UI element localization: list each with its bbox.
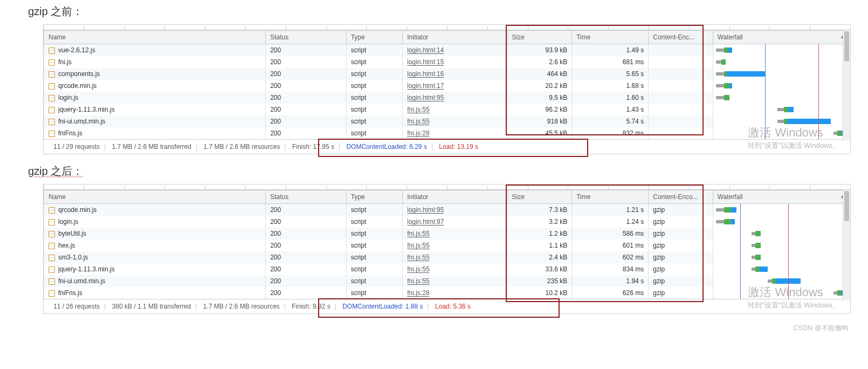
cell-name[interactable]: ⋯qrcode.min.js	[44, 204, 266, 216]
column-header-size[interactable]: Size	[507, 31, 572, 44]
cell-initiator[interactable]: fni.js:55	[403, 251, 507, 263]
cell-name[interactable]: ⋯login.js	[44, 216, 266, 228]
cell-name[interactable]: ⋯hex.js	[44, 240, 266, 251]
cell-initiator[interactable]: fni.js:28	[403, 287, 507, 299]
title-before: gzip 之前：	[28, 4, 868, 19]
table-row[interactable]: ⋯qrcode.min.js200scriptlogin.html:957.3 …	[44, 204, 850, 216]
cell-name[interactable]: ⋯fniFns.js	[44, 287, 266, 299]
cell-type: script	[346, 115, 403, 127]
table-row[interactable]: ⋯vue-2.6.12.js200scriptlogin.html:1493.9…	[44, 44, 850, 57]
cell-initiator[interactable]: fni.js:55	[403, 263, 507, 275]
table-row[interactable]: ⋯hex.js200scriptfni.js:551.1 kB601 msgzi…	[44, 240, 850, 251]
cell-name[interactable]: ⋯fni-ui.umd.min.js	[44, 115, 266, 127]
cell-waterfall[interactable]	[713, 104, 850, 115]
cell-name[interactable]: ⋯sm3-1.0.js	[44, 251, 266, 263]
cell-waterfall[interactable]	[713, 127, 850, 139]
table-row[interactable]: ⋯login.js200scriptlogin.html:973.2 kB1.2…	[44, 216, 850, 228]
cell-status: 200	[266, 287, 347, 299]
cell-name[interactable]: ⋯components.js	[44, 68, 266, 80]
cell-initiator[interactable]: login.html:97	[403, 216, 507, 228]
status-bar: 11 / 26 requests| 380 kB / 1.1 MB transf…	[44, 299, 850, 313]
column-header-enc[interactable]: Content-Enc...	[649, 31, 713, 44]
cell-name[interactable]: ⋯byteUtil.js	[44, 228, 266, 240]
cell-initiator[interactable]: fni.js:55	[403, 115, 507, 127]
cell-waterfall[interactable]	[713, 263, 850, 275]
cell-initiator[interactable]: login.html:16	[403, 68, 507, 80]
column-header-status[interactable]: Status	[266, 190, 347, 204]
cell-waterfall[interactable]	[713, 251, 850, 263]
cell-waterfall[interactable]	[713, 228, 850, 240]
table-row[interactable]: ⋯fni-ui.umd.min.js200scriptfni.js:55235 …	[44, 275, 850, 287]
table-row[interactable]: ⋯fniFns.js200scriptfni.js:2810.2 kB626 m…	[44, 287, 850, 299]
cell-initiator[interactable]: login.html:14	[403, 44, 507, 57]
cell-name[interactable]: ⋯fniFns.js	[44, 127, 266, 139]
cell-type: script	[346, 127, 403, 139]
scrollbar-thumb[interactable]	[844, 31, 849, 62]
column-header-name[interactable]: Name	[44, 31, 266, 44]
cell-waterfall[interactable]	[713, 240, 850, 251]
cell-waterfall[interactable]	[713, 204, 850, 216]
cell-initiator[interactable]: login.html:95	[403, 92, 507, 104]
column-header-name[interactable]: Name	[44, 190, 266, 204]
status-bar: 11 / 29 requests| 1.7 MB / 2.6 MB transf…	[44, 139, 850, 154]
column-header-status[interactable]: Status	[266, 31, 347, 44]
js-file-icon: ⋯	[49, 219, 55, 226]
cell-waterfall[interactable]	[713, 216, 850, 228]
cell-waterfall[interactable]	[713, 92, 850, 104]
table-row[interactable]: ⋯jquery-1.11.3.min.js200scriptfni.js:559…	[44, 104, 850, 115]
csdn-watermark: CSDN @不能懒鸭	[0, 324, 849, 333]
cell-initiator[interactable]: login.html:17	[403, 80, 507, 92]
cell-initiator[interactable]: fni.js:55	[403, 228, 507, 240]
cell-waterfall[interactable]	[713, 44, 850, 57]
cell-name[interactable]: ⋯fni-ui.umd.min.js	[44, 275, 266, 287]
cell-waterfall[interactable]	[713, 80, 850, 92]
network-table: NameStatusTypeInitiatorSizeTimeContent-E…	[44, 30, 850, 139]
cell-size: 93.9 kB	[507, 44, 572, 57]
cell-waterfall[interactable]	[713, 275, 850, 287]
cell-status: 200	[266, 263, 347, 275]
cell-name[interactable]: ⋯jquery-1.11.3.min.js	[44, 263, 266, 275]
column-header-waterfall[interactable]: Waterfall▲	[713, 31, 850, 44]
scrollbar[interactable]	[843, 190, 850, 300]
cell-type: script	[346, 216, 403, 228]
cell-name[interactable]: ⋯jquery-1.11.3.min.js	[44, 104, 266, 115]
column-header-type[interactable]: Type	[346, 31, 403, 44]
cell-initiator[interactable]: login.html:15	[403, 56, 507, 68]
table-row[interactable]: ⋯components.js200scriptlogin.html:16464 …	[44, 68, 850, 80]
cell-initiator[interactable]: login.html:95	[403, 204, 507, 216]
table-row[interactable]: ⋯fni.js200scriptlogin.html:152.6 kB681 m…	[44, 56, 850, 68]
cell-name[interactable]: ⋯fni.js	[44, 56, 266, 68]
table-row[interactable]: ⋯fniFns.js200scriptfni.js:2845.5 kB832 m…	[44, 127, 850, 139]
table-row[interactable]: ⋯qrcode.min.js200scriptlogin.html:1720.2…	[44, 80, 850, 92]
js-file-icon: ⋯	[49, 231, 55, 237]
cell-waterfall[interactable]	[713, 115, 850, 127]
table-row[interactable]: ⋯login.js200scriptlogin.html:959.5 kB1.6…	[44, 92, 850, 104]
cell-size: 7.3 kB	[507, 204, 572, 216]
cell-type: script	[346, 240, 403, 251]
cell-initiator[interactable]: fni.js:55	[403, 275, 507, 287]
column-header-type[interactable]: Type	[346, 190, 403, 204]
column-header-initiator[interactable]: Initiator	[403, 31, 507, 44]
cell-waterfall[interactable]	[713, 68, 850, 80]
scrollbar[interactable]	[843, 30, 850, 141]
table-row[interactable]: ⋯fni-ui.umd.min.js200scriptfni.js:55918 …	[44, 115, 850, 127]
scrollbar-thumb[interactable]	[844, 191, 849, 221]
cell-waterfall[interactable]	[713, 287, 850, 299]
cell-initiator[interactable]: fni.js:55	[403, 240, 507, 251]
cell-name[interactable]: ⋯login.js	[44, 92, 266, 104]
cell-name[interactable]: ⋯vue-2.6.12.js	[44, 44, 266, 57]
table-row[interactable]: ⋯jquery-1.11.3.min.js200scriptfni.js:553…	[44, 263, 850, 275]
cell-initiator[interactable]: fni.js:28	[403, 127, 507, 139]
cell-waterfall[interactable]	[713, 56, 850, 68]
column-header-time[interactable]: Time	[572, 190, 649, 204]
table-row[interactable]: ⋯byteUtil.js200scriptfni.js:551.2 kB586 …	[44, 228, 850, 240]
column-header-enc[interactable]: Content-Enco...	[649, 190, 713, 204]
cell-name[interactable]: ⋯qrcode.min.js	[44, 80, 266, 92]
column-header-waterfall[interactable]: Waterfall▲	[713, 190, 850, 204]
table-row[interactable]: ⋯sm3-1.0.js200scriptfni.js:552.4 kB602 m…	[44, 251, 850, 263]
cell-initiator[interactable]: fni.js:55	[403, 104, 507, 115]
column-header-initiator[interactable]: Initiator	[403, 190, 507, 204]
column-header-time[interactable]: Time	[572, 31, 649, 44]
footer-transferred: 380 kB / 1.1 MB transferred	[112, 303, 191, 310]
column-header-size[interactable]: Size	[507, 190, 572, 204]
